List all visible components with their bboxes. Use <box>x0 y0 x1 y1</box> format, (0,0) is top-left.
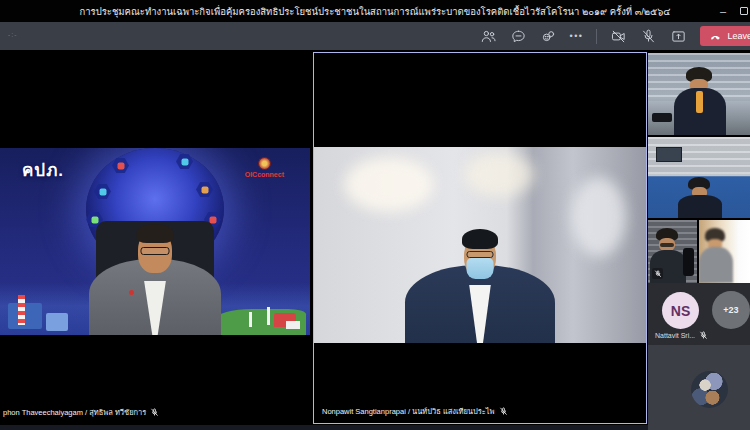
minimize-button[interactable]: – <box>720 6 726 16</box>
right-name-label: Nonpawit Sangtianprapai / นนท์ปวิธ แสงเท… <box>322 405 508 417</box>
video-tile-suthiphon[interactable]: คปภ. OICconnect <box>0 50 310 424</box>
camera-off-icon[interactable] <box>610 28 627 45</box>
more-options-icon[interactable]: ••• <box>570 31 584 41</box>
maximize-button[interactable] <box>740 7 748 15</box>
oic-brand-text: คปภ. <box>22 156 64 183</box>
lapel-pin <box>129 290 134 295</box>
meeting-toolbar: -:- ••• Leave <box>0 22 750 50</box>
participant-thumbnail[interactable] <box>648 220 697 283</box>
participants-icon[interactable] <box>480 28 497 45</box>
window-controls: – <box>720 0 748 22</box>
background-blur <box>464 152 534 197</box>
video-tile-nonpawit[interactable]: Nonpawit Sangtianprapai / นนท์ปวิธ แสงเท… <box>313 52 647 424</box>
reactions-icon[interactable] <box>540 28 557 45</box>
leave-button[interactable]: Leave <box>700 26 750 46</box>
leave-label: Leave <box>727 31 750 41</box>
right-name-text: Nonpawit Sangtianprapai / นนท์ปวิธ แสงเท… <box>322 405 495 417</box>
participant-thumbnail[interactable] <box>648 137 750 218</box>
left-name-label: phon Thaveechaiyagam / สุทธิพล ทวีชัยการ <box>3 406 159 418</box>
participant-thumbnail[interactable] <box>699 220 750 283</box>
call-timer: -:- <box>8 31 18 38</box>
left-video-frame: คปภ. OICconnect <box>0 148 310 335</box>
overflow-count-badge[interactable]: +23 <box>712 291 750 329</box>
glasses-graphic <box>467 251 494 258</box>
window-titlebar: การประชุมคณะทำงานเฉพาะกิจเพื่อคุ้มครองสิ… <box>0 0 750 22</box>
chat-icon[interactable] <box>510 28 527 45</box>
participants-sidebar: NS +23 Nattavit Sri... <box>648 50 750 430</box>
stage-bottom-edge <box>0 425 648 430</box>
muted-mic-icon <box>699 331 708 340</box>
background-blur <box>344 157 434 212</box>
oic-connect-logo: OICconnect <box>245 157 284 178</box>
muted-mic-icon <box>652 268 663 279</box>
toolbar-actions: ••• Leave <box>480 22 750 50</box>
participant-thumbnail[interactable] <box>648 53 750 135</box>
window-title: การประชุมคณะทำงานเฉพาะกิจเพื่อคุ้มครองสิ… <box>79 4 670 19</box>
sidebar-bottom-panel <box>648 345 750 430</box>
teams-meeting-window: การประชุมคณะทำงานเฉพาะกิจเพื่อคุ้มครองสิ… <box>0 0 750 430</box>
overflow-count-text: +23 <box>723 305 738 315</box>
right-video-frame <box>314 147 646 343</box>
left-name-text: phon Thaveechaiyagam / สุทธิพล ทวีชัยการ <box>3 406 146 418</box>
overflow-name-text: Nattavit Sri... <box>655 332 695 339</box>
share-screen-icon[interactable] <box>670 28 687 45</box>
glasses-graphic <box>141 247 170 255</box>
participant-photo-avatar[interactable] <box>691 371 728 408</box>
participant-avatar-ns[interactable]: NS <box>662 292 699 329</box>
overflow-name-label: Nattavit Sri... <box>655 331 708 340</box>
meeting-stage: คปภ. OICconnect <box>0 50 750 430</box>
oic-shield-icon <box>258 157 271 170</box>
toolbar-divider <box>596 29 597 44</box>
oic-logo-text: OICconnect <box>245 171 284 178</box>
hangup-icon <box>709 30 722 43</box>
avatar-initials: NS <box>671 303 690 319</box>
mic-off-icon[interactable] <box>640 28 657 45</box>
background-blur <box>571 177 626 257</box>
muted-mic-icon <box>499 407 508 416</box>
muted-mic-icon <box>150 408 159 417</box>
face-mask-graphic <box>467 258 494 279</box>
